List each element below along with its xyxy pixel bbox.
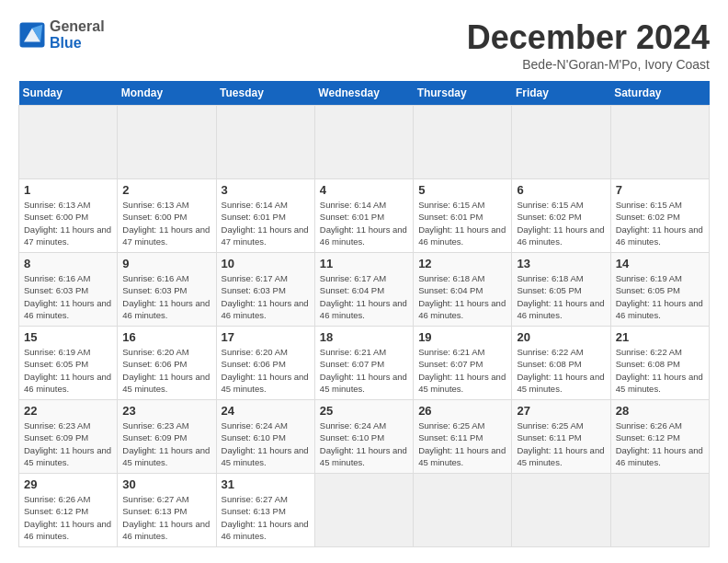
col-saturday: Saturday [610, 81, 709, 106]
day-info: Sunrise: 6:14 AMSunset: 6:01 PMDaylight:… [320, 199, 408, 247]
day-number: 9 [122, 257, 210, 270]
day-number: 15 [24, 330, 112, 344]
day-info: Sunrise: 6:20 AMSunset: 6:06 PMDaylight:… [222, 346, 310, 395]
table-row [314, 106, 413, 179]
day-info: Sunrise: 6:15 AMSunset: 6:02 PMDaylight:… [517, 199, 605, 247]
day-info: Sunrise: 6:21 AMSunset: 6:07 PMDaylight:… [418, 346, 506, 395]
day-info: Sunrise: 6:16 AMSunset: 6:03 PMDaylight:… [24, 272, 112, 321]
calendar-week-row: 22Sunrise: 6:23 AMSunset: 6:09 PMDayligh… [19, 400, 710, 474]
day-info: Sunrise: 6:23 AMSunset: 6:09 PMDaylight:… [122, 419, 210, 468]
table-row: 31Sunrise: 6:27 AMSunset: 6:13 PMDayligh… [216, 474, 314, 547]
day-info: Sunrise: 6:17 AMSunset: 6:04 PMDaylight:… [320, 272, 408, 321]
day-info: Sunrise: 6:18 AMSunset: 6:04 PMDaylight:… [418, 272, 506, 321]
day-number: 5 [418, 183, 506, 197]
day-number: 1 [24, 183, 112, 197]
table-row: 9Sunrise: 6:16 AMSunset: 6:03 PMDaylight… [118, 253, 216, 327]
table-row [314, 474, 413, 547]
day-info: Sunrise: 6:15 AMSunset: 6:02 PMDaylight:… [616, 199, 704, 247]
day-number: 28 [616, 404, 704, 418]
table-row: 1Sunrise: 6:13 AMSunset: 6:00 PMDaylight… [19, 179, 118, 253]
day-info: Sunrise: 6:14 AMSunset: 6:01 PMDaylight:… [222, 199, 310, 247]
table-row: 4Sunrise: 6:14 AMSunset: 6:01 PMDaylight… [314, 179, 413, 253]
day-info: Sunrise: 6:20 AMSunset: 6:06 PMDaylight:… [122, 346, 210, 395]
day-info: Sunrise: 6:25 AMSunset: 6:11 PMDaylight:… [517, 419, 605, 468]
day-number: 24 [222, 404, 310, 418]
day-info: Sunrise: 6:21 AMSunset: 6:07 PMDaylight:… [320, 346, 408, 395]
day-info: Sunrise: 6:23 AMSunset: 6:09 PMDaylight:… [24, 419, 112, 468]
table-row: 13Sunrise: 6:18 AMSunset: 6:05 PMDayligh… [512, 253, 610, 327]
col-friday: Friday [512, 81, 610, 106]
table-row: 19Sunrise: 6:21 AMSunset: 6:07 PMDayligh… [414, 327, 512, 400]
table-row: 17Sunrise: 6:20 AMSunset: 6:06 PMDayligh… [216, 327, 314, 400]
col-sunday: Sunday [19, 81, 118, 106]
day-number: 11 [320, 257, 408, 270]
table-row: 8Sunrise: 6:16 AMSunset: 6:03 PMDaylight… [19, 253, 118, 327]
title-block: December 2024 Bede-N'Goran-M'Po, Ivory C… [467, 18, 710, 72]
col-wednesday: Wednesday [314, 81, 413, 106]
table-row [414, 106, 512, 179]
day-number: 23 [122, 404, 210, 418]
calendar-week-row: 29Sunrise: 6:26 AMSunset: 6:12 PMDayligh… [19, 474, 710, 547]
day-number: 17 [222, 330, 310, 344]
day-info: Sunrise: 6:15 AMSunset: 6:01 PMDaylight:… [418, 199, 506, 247]
day-info: Sunrise: 6:18 AMSunset: 6:05 PMDaylight:… [517, 272, 605, 321]
month-title: December 2024 [467, 18, 710, 57]
day-number: 20 [517, 330, 605, 344]
day-info: Sunrise: 6:27 AMSunset: 6:13 PMDaylight:… [222, 493, 310, 542]
day-info: Sunrise: 6:22 AMSunset: 6:08 PMDaylight:… [517, 346, 605, 395]
day-number: 22 [24, 404, 112, 418]
table-row: 15Sunrise: 6:19 AMSunset: 6:05 PMDayligh… [19, 327, 118, 400]
day-number: 12 [418, 257, 506, 270]
day-info: Sunrise: 6:19 AMSunset: 6:05 PMDaylight:… [616, 272, 704, 321]
calendar-week-row: 1Sunrise: 6:13 AMSunset: 6:00 PMDaylight… [19, 179, 710, 253]
day-info: Sunrise: 6:26 AMSunset: 6:12 PMDaylight:… [616, 419, 704, 468]
table-row: 16Sunrise: 6:20 AMSunset: 6:06 PMDayligh… [118, 327, 216, 400]
day-info: Sunrise: 6:19 AMSunset: 6:05 PMDaylight:… [24, 346, 112, 395]
table-row: 10Sunrise: 6:17 AMSunset: 6:03 PMDayligh… [216, 253, 314, 327]
table-row: 12Sunrise: 6:18 AMSunset: 6:04 PMDayligh… [414, 253, 512, 327]
day-number: 27 [517, 404, 605, 418]
day-number: 13 [517, 257, 605, 270]
table-row [19, 106, 118, 179]
table-row: 22Sunrise: 6:23 AMSunset: 6:09 PMDayligh… [19, 400, 118, 474]
table-row: 7Sunrise: 6:15 AMSunset: 6:02 PMDaylight… [610, 179, 709, 253]
calendar-header-row: Sunday Monday Tuesday Wednesday Thursday… [19, 81, 710, 106]
day-number: 16 [122, 330, 210, 344]
day-info: Sunrise: 6:22 AMSunset: 6:08 PMDaylight:… [616, 346, 704, 395]
day-number: 26 [418, 404, 506, 418]
location: Bede-N'Goran-M'Po, Ivory Coast [467, 57, 710, 72]
col-tuesday: Tuesday [216, 81, 314, 106]
table-row [118, 106, 216, 179]
day-number: 3 [222, 183, 310, 197]
table-row [610, 106, 709, 179]
table-row: 28Sunrise: 6:26 AMSunset: 6:12 PMDayligh… [610, 400, 709, 474]
day-number: 8 [24, 257, 112, 270]
day-info: Sunrise: 6:26 AMSunset: 6:12 PMDaylight:… [24, 493, 112, 542]
day-number: 14 [616, 257, 704, 270]
day-number: 30 [122, 477, 210, 491]
table-row: 11Sunrise: 6:17 AMSunset: 6:04 PMDayligh… [314, 253, 413, 327]
day-info: Sunrise: 6:16 AMSunset: 6:03 PMDaylight:… [122, 272, 210, 321]
table-row: 26Sunrise: 6:25 AMSunset: 6:11 PMDayligh… [414, 400, 512, 474]
day-info: Sunrise: 6:25 AMSunset: 6:11 PMDaylight:… [418, 419, 506, 468]
table-row: 14Sunrise: 6:19 AMSunset: 6:05 PMDayligh… [610, 253, 709, 327]
table-row: 5Sunrise: 6:15 AMSunset: 6:01 PMDaylight… [414, 179, 512, 253]
table-row: 23Sunrise: 6:23 AMSunset: 6:09 PMDayligh… [118, 400, 216, 474]
day-info: Sunrise: 6:24 AMSunset: 6:10 PMDaylight:… [320, 419, 408, 468]
day-number: 7 [616, 183, 704, 197]
table-row [610, 474, 709, 547]
day-number: 18 [320, 330, 408, 344]
table-row [414, 474, 512, 547]
logo: General Blue [18, 18, 105, 52]
day-number: 29 [24, 477, 112, 491]
table-row [512, 106, 610, 179]
logo-text: General Blue [50, 18, 105, 52]
day-number: 10 [222, 257, 310, 270]
calendar-week-row [19, 106, 710, 179]
table-row: 18Sunrise: 6:21 AMSunset: 6:07 PMDayligh… [314, 327, 413, 400]
day-number: 4 [320, 183, 408, 197]
col-thursday: Thursday [414, 81, 512, 106]
page-header: General Blue December 2024 Bede-N'Goran-… [18, 18, 710, 72]
table-row: 24Sunrise: 6:24 AMSunset: 6:10 PMDayligh… [216, 400, 314, 474]
table-row: 2Sunrise: 6:13 AMSunset: 6:00 PMDaylight… [118, 179, 216, 253]
